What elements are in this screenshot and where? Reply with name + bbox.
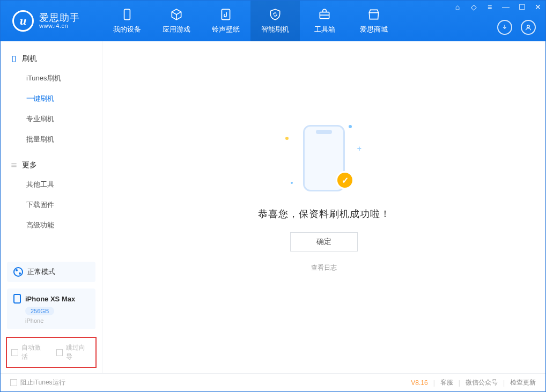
logo-block: u 爱思助手 www.i4.cn (1, 1, 102, 41)
svg-point-3 (527, 25, 530, 28)
cube-icon (169, 8, 183, 21)
sidebar-item-other-tools[interactable]: 其他工具 (1, 174, 102, 195)
sidebar-item-pro-flash[interactable]: 专业刷机 (1, 109, 102, 129)
refresh-shield-icon (268, 8, 282, 21)
device-capacity: 256GB (25, 307, 54, 315)
svg-rect-0 (124, 9, 130, 20)
checkbox-block-itunes[interactable]: 阻止iTunes运行 (10, 378, 65, 387)
spark-dot-icon (349, 125, 352, 128)
device-box[interactable]: iPhone XS Max 256GB iPhone (7, 289, 95, 329)
tab-label: 爱思商城 (360, 25, 388, 34)
checkbox-box (11, 349, 18, 356)
sidebar-group-more: 更多 (1, 156, 102, 174)
sidebar-item-oneclick-flash[interactable]: 一键刷机 (1, 88, 102, 109)
separator: | (503, 379, 505, 387)
phone-icon (120, 8, 134, 21)
device-type: iPhone (25, 317, 89, 324)
checkbox-label: 跳过向导 (66, 343, 91, 361)
group-title: 刷机 (22, 54, 37, 64)
success-illustration: ✓ + (281, 121, 367, 196)
checkbox-box (10, 379, 17, 386)
checkbox-label: 自动激活 (21, 343, 47, 361)
mode-icon (13, 267, 23, 277)
app-url: www.i4.cn (39, 23, 80, 29)
header-aux-icons (497, 20, 536, 35)
ok-button[interactable]: 确定 (290, 232, 358, 252)
sidebar-scroll: 刷机 iTunes刷机 一键刷机 专业刷机 批量刷机 更多 其他工具 下载固件 … (1, 41, 102, 258)
mode-label: 正常模式 (27, 267, 55, 277)
footer-link-support[interactable]: 客服 (440, 378, 453, 387)
checkbox-skip-wizard[interactable]: 跳过向导 (56, 343, 92, 361)
sidebar-item-batch-flash[interactable]: 批量刷机 (1, 129, 102, 150)
list-icon (10, 161, 18, 169)
separator: | (433, 379, 435, 387)
tab-smart-flash[interactable]: 智能刷机 (250, 1, 300, 41)
music-sheet-icon (219, 8, 233, 21)
checkbox-auto-activate[interactable]: 自动激活 (11, 343, 47, 361)
user-button[interactable] (521, 20, 536, 35)
check-badge-icon: ✓ (336, 171, 354, 189)
tab-toolbox[interactable]: 工具箱 (300, 1, 349, 41)
tab-label: 铃声壁纸 (212, 25, 240, 34)
toolbox-icon (318, 8, 331, 21)
footer-link-update[interactable]: 检查更新 (510, 378, 536, 387)
version-label: V8.16 (411, 379, 427, 387)
body: 刷机 iTunes刷机 一键刷机 专业刷机 批量刷机 更多 其他工具 下载固件 … (1, 41, 545, 373)
sidebar-item-itunes-flash[interactable]: iTunes刷机 (1, 68, 102, 88)
phone-outline-icon (10, 55, 18, 63)
tab-apps-games[interactable]: 应用游戏 (152, 1, 201, 41)
tab-label: 应用游戏 (163, 25, 190, 34)
spark-dot-icon (291, 182, 293, 184)
device-name: iPhone XS Max (25, 295, 75, 303)
spark-dot-icon (285, 137, 289, 140)
device-phone-icon (13, 294, 21, 304)
main-content: ✓ + 恭喜您，保资料刷机成功啦！ 确定 查看日志 (102, 41, 545, 373)
minimize-button[interactable]: ― (501, 3, 510, 11)
shop-icon (367, 8, 381, 21)
svg-rect-4 (12, 56, 16, 62)
app-name: 爱思助手 (39, 13, 80, 23)
feedback-icon[interactable]: ◇ (469, 3, 478, 11)
separator: | (459, 379, 460, 387)
maximize-button[interactable]: ☐ (518, 3, 526, 11)
device-row: iPhone XS Max (13, 294, 89, 304)
window-controls: ⌂ ◇ ≡ ― ☐ ✕ (453, 3, 542, 11)
close-button[interactable]: ✕ (534, 3, 542, 11)
sidebar-group-flash: 刷机 (1, 50, 102, 68)
shirt-icon[interactable]: ⌂ (453, 3, 462, 11)
spark-plus-icon: + (357, 144, 361, 153)
checkbox-label: 阻止iTunes运行 (20, 378, 65, 387)
sidebar-item-download-firmware[interactable]: 下载固件 (1, 195, 102, 215)
statusbar: 阻止iTunes运行 V8.16 | 客服 | 微信公众号 | 检查更新 (1, 373, 545, 391)
titlebar: u 爱思助手 www.i4.cn 我的设备 应用游戏 铃声壁纸 智能刷机 (1, 1, 545, 41)
sidebar-item-advanced[interactable]: 高级功能 (1, 215, 102, 235)
logo-icon: u (12, 10, 34, 32)
checkbox-box (56, 349, 63, 356)
tab-my-device[interactable]: 我的设备 (102, 1, 152, 41)
footer-link-wechat[interactable]: 微信公众号 (466, 378, 498, 387)
highlighted-options: 自动激活 跳过向导 (6, 337, 97, 368)
nav-tabs: 我的设备 应用游戏 铃声壁纸 智能刷机 工具箱 爱思商城 (102, 1, 399, 41)
footer-right: V8.16 | 客服 | 微信公众号 | 检查更新 (411, 378, 536, 387)
sidebar: 刷机 iTunes刷机 一键刷机 专业刷机 批量刷机 更多 其他工具 下载固件 … (1, 41, 102, 373)
svg-rect-1 (222, 9, 230, 20)
download-button[interactable] (497, 20, 512, 35)
mode-box[interactable]: 正常模式 (7, 262, 95, 282)
tab-label: 智能刷机 (261, 25, 289, 34)
tab-store[interactable]: 爱思商城 (349, 1, 399, 41)
logo-text: 爱思助手 www.i4.cn (39, 13, 80, 29)
menu-icon[interactable]: ≡ (485, 3, 494, 11)
success-message: 恭喜您，保资料刷机成功啦！ (258, 208, 390, 220)
app-window: u 爱思助手 www.i4.cn 我的设备 应用游戏 铃声壁纸 智能刷机 (0, 0, 546, 392)
view-log-link[interactable]: 查看日志 (311, 263, 337, 272)
tab-label: 我的设备 (113, 25, 141, 34)
tab-ringtone-wallpaper[interactable]: 铃声壁纸 (201, 1, 250, 41)
group-title: 更多 (22, 160, 37, 170)
tab-label: 工具箱 (314, 25, 335, 34)
